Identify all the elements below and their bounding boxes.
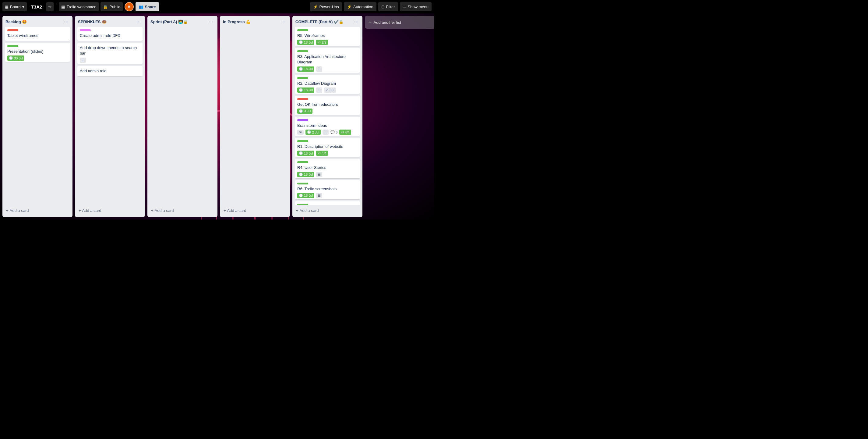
- list-menu-button-backlog[interactable]: ···: [62, 18, 69, 25]
- board-label: Board: [10, 5, 21, 9]
- card-c1[interactable]: Tablet wireframes✎: [5, 27, 70, 41]
- desc-icon: ☰: [318, 173, 321, 177]
- navbar: ▦ Board ▾ T3A2 ☆ ▦ Trello workspace 🔒 Pu…: [0, 0, 434, 13]
- card-title-ca5: Brainstorm ideas: [297, 123, 358, 128]
- card-desc-badge-ca8: ☰: [316, 193, 322, 198]
- plus-icon: +: [296, 208, 299, 213]
- card-checklist-badge-ca1: ☑ 2/2: [316, 40, 328, 45]
- card-due-badge-ca5: 🕐 2 Jul: [306, 129, 321, 135]
- list-complete-a: COMPLETE (Part A) ✔️🔒···R5: Wireframes🕐 …: [292, 16, 363, 217]
- card-desc-badge-ca5: ☰: [322, 129, 329, 135]
- list-menu-button-sprint-a[interactable]: ···: [208, 18, 214, 25]
- clock-icon: 🕐: [299, 151, 303, 155]
- card-ca8[interactable]: R6: Trello screenshots🕐 18 Jul☰✎: [295, 180, 360, 199]
- card-c3[interactable]: Create admin role DFD✎: [78, 27, 143, 41]
- card-label-c1: [7, 29, 18, 31]
- card-checklist-badge-ca5: ☑ 4/4: [339, 129, 351, 135]
- list-title-sprint-a: Sprint (Part A) 🧑‍💻🔒: [151, 20, 188, 24]
- card-title-ca8: R6: Trello screenshots: [297, 186, 358, 192]
- checklist-icon: ☑: [341, 130, 344, 134]
- card-label-ca6: [297, 140, 308, 142]
- plus-icon: +: [6, 208, 8, 213]
- card-label-ca8: [297, 183, 308, 184]
- list-header-sprint-a: Sprint (Part A) 🧑‍💻🔒···: [150, 18, 215, 25]
- card-ca9[interactable]: Make repo public🕐 18 Jul✎: [295, 201, 360, 205]
- card-ca5[interactable]: Brainstorm ideas👁🕐 2 Jul☰💬 6☑ 4/4✎: [295, 117, 360, 136]
- card-desc-badge-ca7: ☰: [316, 172, 322, 177]
- card-due-badge-ca1: 🕐 18 Jul: [297, 40, 314, 45]
- board-name: T3A2: [29, 2, 45, 11]
- power-ups-label: Power-Ups: [319, 5, 339, 9]
- desc-icon: ☰: [81, 58, 84, 62]
- card-footer-c2: 🕐 30 Jul: [7, 56, 68, 61]
- card-label-ca1: [297, 29, 308, 31]
- card-c4[interactable]: Add drop down menus to search bar☰✎: [78, 43, 143, 64]
- power-ups-button[interactable]: ⚡ Power-Ups: [310, 2, 342, 11]
- list-menu-button-in-progress[interactable]: ···: [280, 18, 287, 25]
- board-view-button[interactable]: ▦ Board ▾: [2, 2, 27, 11]
- add-card-button-sprint-a[interactable]: + Add a card: [150, 206, 215, 215]
- share-button[interactable]: 👥 Share: [135, 2, 159, 11]
- card-due-badge-c2: 🕐 30 Jul: [7, 56, 24, 61]
- list-header-in-progress: In Progress 💪···: [222, 18, 287, 25]
- show-menu-button[interactable]: ··· Show menu: [400, 2, 432, 11]
- card-due-badge-ca3: 🕐 18 Jul: [297, 87, 314, 93]
- add-list-button[interactable]: + Add another list: [365, 16, 434, 29]
- card-title-c5: Add admin role: [80, 68, 140, 74]
- clock-icon: 🕐: [299, 173, 303, 177]
- card-c5[interactable]: Add admin role✎: [78, 66, 143, 76]
- card-title-c3: Create admin role DFD: [80, 33, 140, 38]
- card-checklist-badge-ca3: ☑ 0/2: [324, 87, 336, 93]
- plus-icon: +: [151, 208, 154, 213]
- card-watch-badge-ca5: 👁: [297, 130, 304, 135]
- clock-icon: 🕐: [299, 40, 303, 44]
- add-card-button-sprinkles[interactable]: + Add a card: [78, 206, 143, 215]
- card-ca3[interactable]: R2: Dataflow Diagram🕐 18 Jul☰☑ 0/2✎: [295, 75, 360, 94]
- star-button[interactable]: ☆: [46, 2, 54, 11]
- list-sprinkles: SPRINKLES 🍩···Create admin role DFD✎Add …: [75, 16, 145, 217]
- list-header-complete-a: COMPLETE (Part A) ✔️🔒···: [295, 18, 360, 25]
- add-card-button-backlog[interactable]: + Add a card: [5, 206, 70, 215]
- plus-icon: +: [79, 208, 81, 213]
- add-list-label: Add another list: [374, 20, 401, 25]
- card-c2[interactable]: Presentation (slides)🕐 30 Jul✎: [5, 43, 70, 62]
- visibility-button[interactable]: 🔒 Public: [100, 2, 122, 11]
- list-menu-button-sprinkles[interactable]: ···: [135, 18, 142, 25]
- card-desc-badge-c4: ☰: [80, 58, 86, 63]
- workspace-button[interactable]: ▦ Trello workspace: [59, 2, 99, 11]
- dots-icon: ···: [403, 5, 406, 9]
- card-footer-ca4: 🕐 3 Jul: [297, 109, 358, 114]
- card-due-badge-ca6: 🕐 18 Jul: [297, 151, 314, 156]
- share-label: Share: [145, 5, 156, 9]
- clock-icon: 🕐: [9, 56, 13, 60]
- add-card-button-in-progress[interactable]: + Add a card: [222, 206, 287, 215]
- list-menu-button-complete-a[interactable]: ···: [352, 18, 360, 25]
- card-footer-ca7: 🕐 18 Jul☰: [297, 172, 358, 177]
- card-ca2[interactable]: R3: Application Architecture Diagram🕐 18…: [295, 48, 360, 72]
- card-ca4[interactable]: Get OK from educators🕐 3 Jul✎: [295, 96, 360, 115]
- desc-icon: ☰: [318, 194, 321, 198]
- desc-icon: ☰: [324, 130, 327, 134]
- divider: [56, 3, 56, 10]
- automation-button[interactable]: ⚡ Automation: [344, 2, 376, 11]
- card-label-c2: [7, 45, 18, 47]
- card-label-ca7: [297, 161, 308, 163]
- card-ca7[interactable]: R4: User Stories🕐 18 Jul☰✎: [295, 159, 360, 178]
- board-icon: ▦: [5, 5, 8, 9]
- filter-button[interactable]: ⊟ Filter: [378, 2, 398, 11]
- clock-icon: 🕐: [299, 88, 303, 92]
- list-cards-sprint-a: [150, 27, 215, 205]
- filter-icon: ⊟: [381, 5, 385, 9]
- card-label-ca4: [297, 98, 308, 100]
- list-header-backlog: Backlog 🤩···: [5, 18, 70, 25]
- card-ca1[interactable]: R5: Wireframes🕐 18 Jul☑ 2/2✎: [295, 27, 360, 46]
- avatar[interactable]: A: [125, 2, 134, 11]
- card-ca6[interactable]: R1: Description of website🕐 18 Jul☑ 4/4✎: [295, 138, 360, 157]
- chevron-down-icon: ▾: [22, 5, 24, 9]
- people-icon: 👥: [138, 5, 144, 9]
- list-title-backlog: Backlog 🤩: [5, 20, 27, 24]
- comment-icon: 💬: [331, 130, 335, 134]
- list-sprint-a: Sprint (Part A) 🧑‍💻🔒···+ Add a card: [147, 16, 217, 217]
- card-footer-ca5: 👁🕐 2 Jul☰💬 6☑ 4/4: [297, 129, 358, 135]
- add-card-button-complete-a[interactable]: + Add a card: [295, 206, 360, 215]
